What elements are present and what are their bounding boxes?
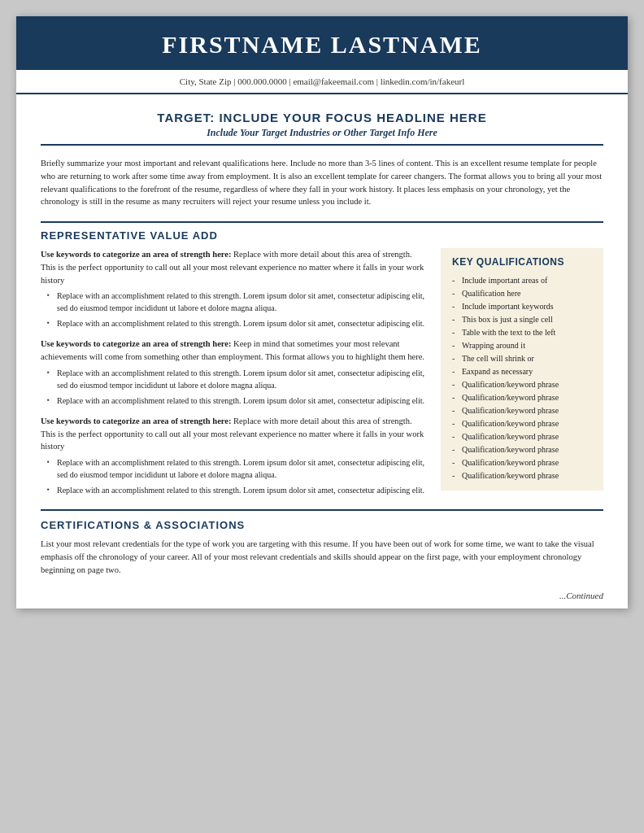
strength-title-2: Use keywords to categorize an area of st… xyxy=(41,338,428,364)
target-subtitle: Include Your Target Industries or Other … xyxy=(41,127,603,139)
resume-page: Firstname Lastname City, State Zip | 000… xyxy=(16,16,628,608)
main-content: Target: Include Your Focus Headline Here… xyxy=(16,94,628,584)
qual-item-5: Wrapping around it xyxy=(452,339,592,352)
qual-list: Include important areas of Qualification… xyxy=(452,274,592,482)
two-column-layout: Use keywords to categorize an area of st… xyxy=(41,248,603,504)
strength-title-3: Use keywords to categorize an area of st… xyxy=(41,415,428,453)
contact-bar: City, State Zip | 000.000.0000 | email@f… xyxy=(16,70,628,94)
footer-continued: ...Continued xyxy=(16,584,628,608)
qual-item-12: Qualification/keyword phrase xyxy=(452,430,592,443)
qual-item-7: Eaxpand as necessary xyxy=(452,365,592,378)
continued-text: ...Continued xyxy=(559,591,603,600)
strength-intro-1: Use keywords to categorize an area of st… xyxy=(41,250,231,259)
strength-bullets-3: Replace with an accomplishment related t… xyxy=(41,456,428,496)
strength-title-1: Use keywords to categorize an area of st… xyxy=(41,248,428,286)
strength-bullets-2: Replace with an accomplishment related t… xyxy=(41,367,428,407)
strength-block-3: Use keywords to categorize an area of st… xyxy=(41,415,428,496)
qual-item-10: Qualification/keyword phrase xyxy=(452,404,592,417)
qual-item-3: This box is just a single cell xyxy=(452,313,592,326)
left-column: Use keywords to categorize an area of st… xyxy=(41,248,428,504)
bullet-1-1: Replace with an accomplishment related t… xyxy=(49,290,428,314)
header-section: Firstname Lastname xyxy=(16,16,628,70)
key-qualifications-box: Key Qualifications Include important are… xyxy=(441,248,603,491)
qual-item-8: Qualification/keyword phrase xyxy=(452,378,592,391)
target-section: Target: Include Your Focus Headline Here… xyxy=(41,102,603,146)
strength-bullets-1: Replace with an accomplishment related t… xyxy=(41,290,428,329)
qual-item-0: Include important areas of xyxy=(452,274,592,287)
candidate-name: Firstname Lastname xyxy=(41,31,603,59)
strength-intro-3: Use keywords to categorize an area of st… xyxy=(41,416,231,425)
key-qual-title: Key Qualifications xyxy=(452,256,592,268)
qual-item-2: Include important keywords xyxy=(452,300,592,313)
divider-1 xyxy=(41,221,603,223)
bullet-3-1: Replace with an accomplishment related t… xyxy=(49,456,428,481)
qual-item-6: The cell will shrink or xyxy=(452,352,592,365)
certifications-section: Certifications & Associations List your … xyxy=(41,519,603,576)
qual-item-11: Qualification/keyword phrase xyxy=(452,417,592,430)
qual-item-14: Qualification/keyword phrase xyxy=(452,456,592,469)
bullet-2-1: Replace with an accomplishment related t… xyxy=(49,367,428,391)
bullet-2-2: Replace with an accomplishment related t… xyxy=(49,395,428,407)
divider-2 xyxy=(41,509,603,511)
contact-text: City, State Zip | 000.000.0000 | email@f… xyxy=(180,76,465,86)
strength-intro-2: Use keywords to categorize an area of st… xyxy=(41,339,231,348)
summary-text: Briefly summarize your most important an… xyxy=(41,150,603,216)
cert-section-title: Certifications & Associations xyxy=(41,519,603,531)
strength-block-2: Use keywords to categorize an area of st… xyxy=(41,338,428,407)
bullet-3-2: Replace with an accomplishment related t… xyxy=(49,484,428,496)
qual-item-1: Qualification here xyxy=(452,287,592,300)
qual-item-4: Table with the text to the left xyxy=(452,326,592,339)
qual-item-15: Qualification/keyword phrase xyxy=(452,469,592,482)
bullet-1-2: Replace with an accomplishment related t… xyxy=(49,317,428,329)
qual-item-13: Qualification/keyword phrase xyxy=(452,443,592,456)
cert-body: List your most relevant credentials for … xyxy=(41,538,603,576)
strength-block-1: Use keywords to categorize an area of st… xyxy=(41,248,428,329)
qual-item-9: Qualification/keyword phrase xyxy=(452,391,592,404)
representative-section-title: Representative Value Add xyxy=(41,229,603,242)
target-title: Target: Include Your Focus Headline Here xyxy=(41,111,603,124)
